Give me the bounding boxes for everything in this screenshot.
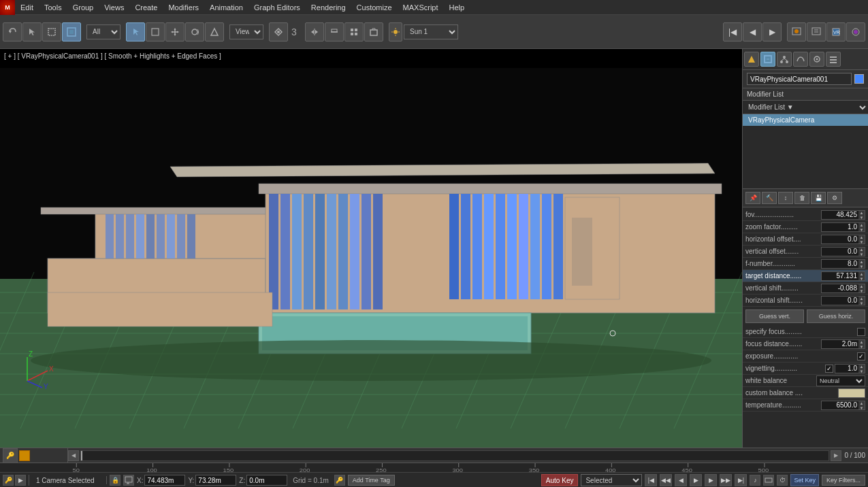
custom-balance-color[interactable] [838,388,865,398]
vignetting-spinbox[interactable]: 1.0 ▲▼ [835,364,865,373]
go-to-end-button[interactable]: ▶| [735,474,747,486]
material-editor-button[interactable] [846,22,865,41]
select-button[interactable] [22,22,42,41]
panel-create-tab[interactable] [744,52,759,67]
modifier-list-dropdown[interactable]: Modifier List ▼ [743,101,868,114]
move-icon[interactable]: ↕ [778,192,793,204]
targetdist-arrows[interactable]: ▲▼ [858,271,865,281]
sound-icon[interactable]: ♪ [750,475,760,486]
fov-spinbox[interactable]: 48.425 ▲▼ [821,210,865,220]
status-play-icon[interactable]: ▶ [15,475,26,486]
vignetting-checkbox[interactable] [825,365,833,373]
zoom-spinbox[interactable]: 1.0 ▲▼ [821,222,865,232]
select-region-rect[interactable] [146,22,165,41]
panel-utilities-tab[interactable] [826,52,841,67]
next-frame-btn[interactable]: ▶ [705,474,717,486]
zoom-value[interactable]: 1.0 [821,222,858,232]
viewport[interactable]: [ + ] [ VRayPhysicalCamera001 ] [ Smooth… [0,49,742,448]
menu-rendering[interactable]: Rendering [306,0,351,14]
hoffset-arrows[interactable]: ▲▼ [858,235,865,244]
fnumber-spinbox[interactable]: 8.0 ▲▼ [821,259,865,269]
config-icon[interactable]: ⚙ [827,192,842,204]
mirror-tool[interactable] [305,22,324,41]
vignetting-value[interactable]: 1.0 [835,364,858,373]
keyframe-icon[interactable]: 🔑 [3,448,18,463]
menu-group[interactable]: Group [67,0,99,14]
vfb-button[interactable]: VR [826,22,846,41]
key-frame-icon[interactable]: 🔑 [334,475,345,486]
timeline-next-btn[interactable]: ▶ [831,450,841,461]
vshift-spinbox[interactable]: -0.088 ▲▼ [821,284,865,293]
specify-focus-checkbox[interactable] [857,328,865,336]
vshift-arrows[interactable]: ▲▼ [858,284,865,293]
select-region-button[interactable] [42,22,61,41]
menu-animation[interactable]: Animation [204,0,248,14]
move-tool[interactable] [165,22,184,41]
render-button[interactable] [787,22,806,41]
menu-edit[interactable]: Edit [15,0,39,14]
fnumber-value[interactable]: 8.0 [821,259,858,269]
fnumber-arrows[interactable]: ▲▼ [858,259,865,269]
panel-motion-tab[interactable] [793,52,808,67]
hshift-value[interactable]: 0.0 [821,296,858,305]
auto-key-button[interactable]: Auto Key [541,474,579,486]
key-filters-button[interactable]: Key Filters... [822,475,865,486]
panel-hierarchy-tab[interactable] [777,52,792,67]
menu-views[interactable]: Views [99,0,129,14]
play-fwd-button[interactable]: ▶ [690,474,702,486]
hoffset-spinbox[interactable]: 0.0 ▲▼ [821,235,865,244]
white-balance-select[interactable]: Neutral [816,375,865,386]
hammer-icon[interactable]: 🔨 [762,192,777,204]
trash-icon[interactable]: 🗑 [794,192,809,204]
time-config-icon[interactable]: ⏱ [777,475,788,486]
align-tool[interactable] [325,22,344,41]
modifier-item-vray-camera[interactable]: VRayPhysicalCamera [743,114,868,126]
menu-customize[interactable]: Customize [351,0,398,14]
status-key-icon[interactable]: 🔑 [3,475,14,486]
array-tool[interactable] [344,22,364,41]
targetdist-value[interactable]: 57.131 [821,271,858,281]
focusdist-spinbox[interactable]: 2.0m ▲▼ [821,339,865,349]
timeline-prev-btn[interactable]: ◀ [68,450,79,461]
snap-toggle[interactable] [269,22,288,41]
menu-help[interactable]: Help [444,0,470,14]
menu-tools[interactable]: Tools [39,0,67,14]
panel-modify-tab[interactable] [760,52,775,67]
temperature-arrows[interactable]: ▲▼ [858,401,865,410]
temperature-value[interactable]: 6500.0 [821,401,858,410]
vshift-value[interactable]: -0.088 [821,284,858,293]
voffset-spinbox[interactable]: 0.0 ▲▼ [821,247,865,256]
pin-icon[interactable]: 📌 [745,192,760,204]
scale-tool[interactable] [205,22,224,41]
go-start-button[interactable]: |◀ [723,22,742,41]
exposure-checkbox[interactable] [857,352,865,360]
fov-arrows[interactable]: ▲▼ [858,210,865,220]
hshift-arrows[interactable]: ▲▼ [858,296,865,305]
z-coord-value[interactable]: 0.0m [246,475,287,486]
panel-display-tab[interactable] [809,52,824,67]
lock-icon[interactable]: 🔒 [110,475,120,486]
guess-vert-button[interactable]: Guess vert. [745,309,804,323]
prev-key-button[interactable]: ◀◀ [660,474,672,486]
play-button[interactable]: ▶ [762,22,782,41]
focusdist-arrows[interactable]: ▲▼ [858,339,865,349]
viewport-icon[interactable] [123,475,134,486]
view-dropdown[interactable]: View [229,24,263,39]
undo-button[interactable] [3,22,22,41]
fov-value[interactable]: 48.425 [821,210,858,220]
add-time-tag-button[interactable]: Add Time Tag [348,475,395,486]
hshift-spinbox[interactable]: 0.0 ▲▼ [821,296,865,305]
vignetting-arrows[interactable]: ▲▼ [858,364,865,373]
camera-name-input[interactable] [747,73,852,85]
menu-maxscript[interactable]: MAXScript [398,0,444,14]
open-tool[interactable] [364,22,383,41]
select-object-button[interactable] [62,22,81,41]
voffset-arrows[interactable]: ▲▼ [858,247,865,256]
x-coord-value[interactable]: 74.483m [144,475,185,486]
prev-frame-btn[interactable]: ◀ [675,474,687,486]
save-icon[interactable]: 💾 [811,192,826,204]
snap-3d[interactable]: 3 [289,27,300,37]
menu-create[interactable]: Create [129,0,163,14]
set-key-button[interactable]: Set Key [790,474,819,486]
timeline-track[interactable] [80,450,829,461]
